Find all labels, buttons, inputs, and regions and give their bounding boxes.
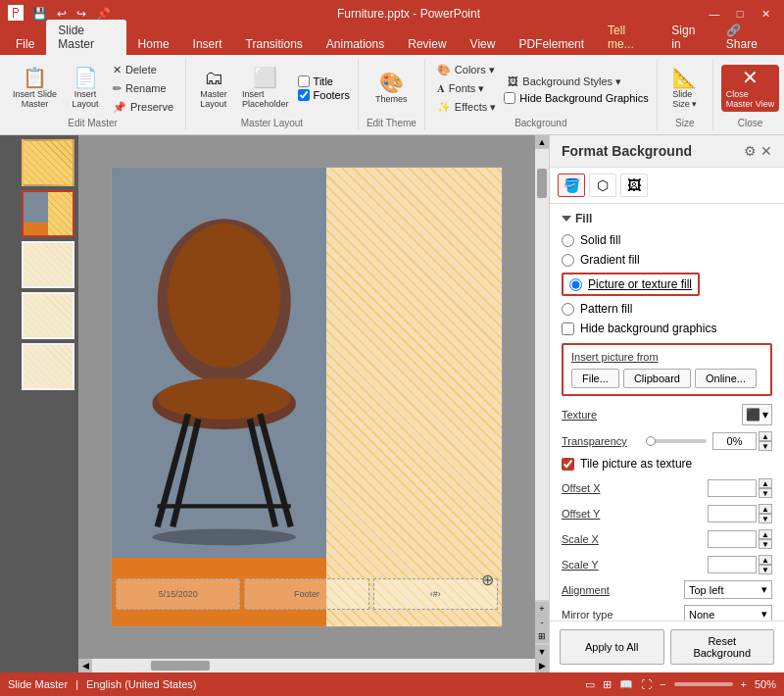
- insert-layout-label: InsertLayout: [73, 89, 99, 109]
- scroll-down-btn[interactable]: ▼: [535, 645, 549, 659]
- horizontal-scrollbar[interactable]: ◀ ▶: [78, 659, 549, 672]
- apply-to-all-button[interactable]: Apply to All: [560, 629, 664, 665]
- solid-fill-option[interactable]: Solid fill: [562, 233, 772, 247]
- clipboard-button[interactable]: Clipboard: [623, 369, 691, 388]
- h-scroll-track[interactable]: [92, 659, 535, 672]
- transparency-slider[interactable]: [646, 439, 707, 443]
- tile-picture-option[interactable]: Tile picture as texture: [562, 457, 772, 471]
- scroll-zoom-minus[interactable]: -: [535, 616, 549, 629]
- scroll-right-btn[interactable]: ▶: [535, 659, 549, 672]
- insert-slide-master-button[interactable]: 📋 Insert SlideMaster: [8, 65, 62, 112]
- slide-thumb-1[interactable]: [22, 139, 74, 186]
- hide-bg-graphics-checkbox[interactable]: [562, 323, 574, 335]
- mirror-type-dropdown[interactable]: None ▾: [684, 605, 772, 621]
- transparency-thumb[interactable]: [646, 436, 656, 446]
- scroll-zoom-plus[interactable]: +: [535, 602, 549, 616]
- picture-texture-fill-option[interactable]: Picture or texture fill: [562, 273, 700, 296]
- vertical-scrollbar[interactable]: ▲ + - ⊞ ▼: [535, 135, 549, 659]
- scale-x-input[interactable]: 100%: [708, 530, 757, 548]
- close-master-view-button[interactable]: ✕ CloseMaster View: [721, 65, 779, 112]
- offset-y-up[interactable]: ▲: [759, 504, 772, 514]
- gradient-fill-option[interactable]: Gradient fill: [562, 253, 772, 267]
- pattern-fill-option[interactable]: Pattern fill: [562, 302, 772, 316]
- picture-tab[interactable]: 🖼: [620, 174, 648, 197]
- slide-thumb-5[interactable]: [22, 343, 74, 390]
- tab-sign-in[interactable]: Sign in: [660, 20, 714, 55]
- tab-transitions[interactable]: Transitions: [234, 33, 315, 55]
- slide-thumb-4[interactable]: [22, 292, 74, 339]
- background-styles-button[interactable]: 🖼 Background Styles ▾: [504, 74, 648, 90]
- panel-settings-icon[interactable]: ⚙: [744, 143, 757, 159]
- view-normal-icon[interactable]: ▭: [585, 678, 595, 691]
- delete-button[interactable]: ✕ Delete: [109, 62, 177, 78]
- solid-fill-radio[interactable]: [562, 234, 574, 247]
- zoom-in-btn[interactable]: +: [741, 678, 747, 690]
- slide-thumb-3[interactable]: [22, 241, 74, 288]
- scale-y-input[interactable]: 100%: [708, 556, 757, 573]
- tab-share[interactable]: 🔗 Share: [714, 20, 780, 55]
- h-scroll-thumb[interactable]: [151, 661, 210, 671]
- insert-layout-button[interactable]: 📄 InsertLayout: [66, 65, 105, 112]
- size-group: 📐 SlideSize ▾ Size: [658, 59, 713, 130]
- scroll-left-btn[interactable]: ◀: [78, 659, 92, 672]
- online-button[interactable]: Online...: [695, 369, 757, 388]
- slide-thumb-2[interactable]: [22, 190, 74, 237]
- effects-tab[interactable]: ⬡: [589, 174, 616, 197]
- preserve-button[interactable]: 📌 Preserve: [109, 99, 177, 116]
- texture-button[interactable]: ⬛ ▾: [742, 404, 772, 425]
- tab-home[interactable]: Home: [126, 33, 181, 55]
- view-slide-icon[interactable]: ⊞: [603, 678, 612, 691]
- hide-bg-graphics-option[interactable]: Hide background graphics: [562, 322, 772, 335]
- scroll-up-btn[interactable]: ▲: [535, 135, 549, 149]
- transparency-input[interactable]: 0%: [712, 432, 757, 450]
- transparency-down-btn[interactable]: ▼: [759, 441, 772, 451]
- reset-background-button[interactable]: Reset Background: [670, 629, 775, 665]
- tab-review[interactable]: Review: [396, 33, 458, 55]
- scroll-thumb[interactable]: [537, 169, 547, 198]
- offset-y-input[interactable]: 0 pt: [708, 505, 757, 522]
- master-layout-button[interactable]: 🗂 MasterLayout: [194, 65, 233, 112]
- scroll-fit[interactable]: ⊞: [535, 629, 549, 643]
- effects-button[interactable]: ✨ Effects ▾: [433, 99, 500, 116]
- offset-y-down[interactable]: ▼: [759, 514, 772, 523]
- scale-x-down[interactable]: ▼: [759, 539, 772, 549]
- gradient-fill-radio[interactable]: [562, 254, 574, 267]
- scroll-track[interactable]: [535, 149, 549, 600]
- alignment-dropdown[interactable]: Top left ▾: [684, 580, 772, 599]
- scale-x-up[interactable]: ▲: [759, 529, 772, 539]
- transparency-up-btn[interactable]: ▲: [759, 431, 772, 441]
- colors-button[interactable]: 🎨 Colors ▾: [433, 62, 500, 78]
- file-button[interactable]: File...: [571, 369, 619, 388]
- tab-pdfelement[interactable]: PDFelement: [507, 33, 596, 55]
- footers-checkbox[interactable]: [298, 89, 310, 101]
- themes-button[interactable]: 🎨 Themes: [370, 70, 413, 107]
- alignment-label: Alignment: [562, 584, 610, 596]
- tab-animations[interactable]: Animations: [315, 33, 396, 55]
- slide-size-button[interactable]: 📐 SlideSize ▾: [665, 65, 705, 112]
- tab-insert[interactable]: Insert: [181, 33, 234, 55]
- offset-x-label: Offset X: [562, 482, 601, 494]
- fill-tab[interactable]: 🪣: [558, 174, 585, 197]
- tile-picture-checkbox[interactable]: [562, 458, 574, 471]
- offset-x-up[interactable]: ▲: [759, 478, 772, 488]
- view-reading-icon[interactable]: 📖: [619, 678, 633, 691]
- panel-close-icon[interactable]: ✕: [760, 143, 772, 159]
- zoom-out-btn[interactable]: −: [660, 678, 665, 690]
- title-checkbox[interactable]: [298, 75, 310, 87]
- view-fullscreen-icon[interactable]: ⛶: [641, 678, 652, 690]
- insert-placeholder-button[interactable]: ⬜ InsertPlaceholder: [237, 65, 294, 112]
- tab-file[interactable]: File: [4, 33, 46, 55]
- hide-background-checkbox[interactable]: [504, 92, 515, 104]
- fonts-button[interactable]: 𝐀 Fonts ▾: [433, 80, 500, 97]
- scale-y-up[interactable]: ▲: [759, 555, 772, 565]
- scale-y-down[interactable]: ▼: [759, 565, 772, 574]
- pattern-fill-radio[interactable]: [562, 303, 574, 316]
- tab-slide-master[interactable]: Slide Master: [46, 20, 125, 55]
- zoom-slider[interactable]: [674, 682, 733, 686]
- offset-x-input[interactable]: 0 pt: [708, 479, 757, 497]
- rename-button[interactable]: ✏ Rename: [109, 80, 177, 97]
- tab-view[interactable]: View: [459, 33, 508, 55]
- picture-texture-radio[interactable]: [569, 278, 582, 291]
- tab-tell-me[interactable]: Tell me...: [596, 20, 660, 55]
- offset-x-down[interactable]: ▼: [759, 488, 772, 498]
